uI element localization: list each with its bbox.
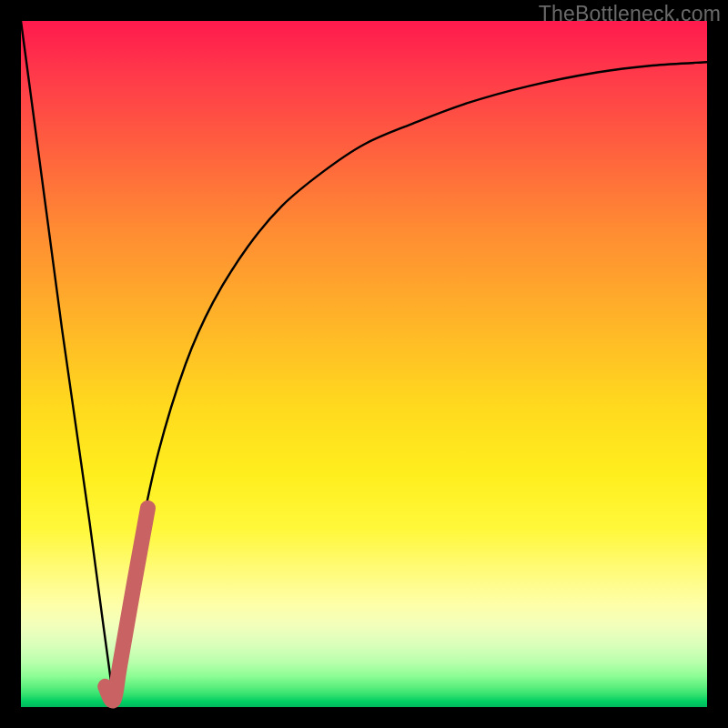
plot-area (21, 21, 707, 707)
chart-frame: TheBottleneck.com (0, 0, 728, 728)
curve-layer (21, 21, 707, 707)
highlight-segment (106, 508, 148, 701)
left-descending-curve (21, 21, 114, 700)
right-ascending-curve (114, 62, 707, 700)
